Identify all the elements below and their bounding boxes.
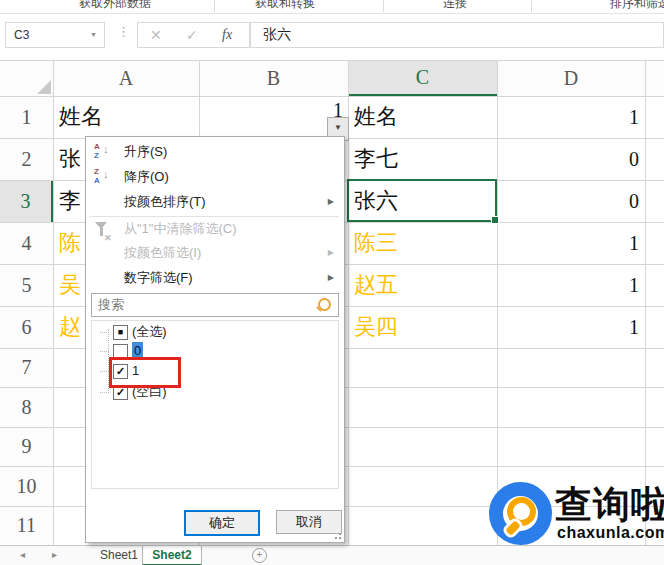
cell-a2[interactable]: 张 bbox=[59, 138, 81, 180]
formula-bar-drag-handle: ⋮ bbox=[117, 24, 130, 39]
gridline bbox=[0, 60, 664, 61]
menu-item-label: 数字筛选(F) bbox=[124, 265, 193, 290]
add-sheet-button[interactable]: + bbox=[252, 548, 267, 563]
autofilter-menu: A Z ↓ 升序(S) Z A ↓ 降序(O) 按颜色排序(T) ▶ ✕ 从"1… bbox=[85, 136, 345, 543]
row-header-2[interactable]: 2 bbox=[0, 138, 53, 180]
menu-item-label: 降序(O) bbox=[124, 164, 169, 189]
search-input[interactable]: 搜索 bbox=[91, 293, 339, 317]
ribbon-group-connections: 连接 bbox=[390, 0, 520, 11]
cell-c2[interactable]: 李七 bbox=[354, 138, 398, 180]
menu-item-label: 升序(S) bbox=[124, 139, 167, 164]
cell-c5[interactable]: 赵五 bbox=[354, 264, 398, 306]
ribbon-group-sort-filter: 排序和筛选 bbox=[580, 0, 664, 11]
excel-window: 获取外部数据 获取和转换 连接 排序和筛选 C3 ▼ ⋮ ✕ ✓ fx 张六 A… bbox=[0, 0, 664, 565]
row-header-6[interactable]: 6 bbox=[0, 306, 53, 348]
sort-za-icon: Z A ↓ bbox=[94, 166, 116, 187]
ribbon-separator bbox=[531, 0, 532, 12]
cell-c6[interactable]: 吴四 bbox=[354, 306, 398, 348]
sheet-next-icon[interactable]: ▸ bbox=[52, 546, 57, 564]
ribbon-group-get-transform: 获取和转换 bbox=[205, 0, 365, 11]
cell-a5[interactable]: 吴 bbox=[59, 264, 81, 306]
row-header-3[interactable]: 3 bbox=[0, 180, 53, 222]
list-item-label: (全选) bbox=[132, 323, 167, 341]
name-box[interactable]: C3 ▼ bbox=[5, 22, 105, 48]
cell-d2[interactable]: 0 bbox=[497, 138, 639, 180]
cell-d6[interactable]: 1 bbox=[497, 306, 639, 348]
formula-bar-buttons: ✕ ✓ fx bbox=[137, 22, 250, 48]
row-header-4[interactable]: 4 bbox=[0, 222, 53, 264]
column-header-b[interactable]: B bbox=[199, 60, 348, 96]
checkbox-indeterminate[interactable]: ■ bbox=[113, 325, 128, 340]
watermark-title: 查询啦 bbox=[555, 480, 664, 530]
tab-sheet1[interactable]: Sheet1 bbox=[96, 546, 142, 564]
ribbon-group-get-external-data: 获取外部数据 bbox=[40, 0, 190, 11]
cell-d5[interactable]: 1 bbox=[497, 264, 639, 306]
cell-b1[interactable]: 1 bbox=[199, 98, 343, 122]
ribbon-strip: 获取外部数据 获取和转换 连接 排序和筛选 bbox=[0, 0, 664, 14]
row-header-7[interactable]: 7 bbox=[0, 348, 53, 387]
menu-item-label: 从"1"中清除筛选(C) bbox=[124, 217, 237, 241]
insert-function-icon[interactable]: fx bbox=[222, 23, 232, 47]
gridline bbox=[53, 60, 54, 545]
sheet-tab-bar: ◂ ▸ Sheet1 Sheet2 + bbox=[0, 546, 664, 565]
menu-item-sort-by-color[interactable]: 按颜色排序(T) ▶ bbox=[86, 189, 342, 215]
tab-sheet2[interactable]: Sheet2 bbox=[142, 546, 202, 565]
row-header-9[interactable]: 9 bbox=[0, 427, 53, 466]
name-box-value: C3 bbox=[14, 23, 29, 47]
formula-input[interactable]: 张六 bbox=[250, 22, 664, 48]
search-placeholder: 搜索 bbox=[98, 294, 124, 316]
enter-icon[interactable]: ✓ bbox=[186, 23, 198, 47]
sheet-prev-icon[interactable]: ◂ bbox=[20, 546, 25, 564]
resize-grip[interactable] bbox=[333, 531, 341, 539]
row-header-11[interactable]: 11 bbox=[0, 506, 53, 545]
cell-c4[interactable]: 陈三 bbox=[354, 222, 398, 264]
cell-d1[interactable]: 1 bbox=[497, 96, 639, 138]
ok-button[interactable]: 确定 bbox=[184, 510, 260, 536]
submenu-arrow-icon: ▶ bbox=[328, 189, 334, 215]
cancel-icon[interactable]: ✕ bbox=[150, 23, 162, 47]
gridline bbox=[645, 60, 646, 545]
cell-a3[interactable]: 李 bbox=[59, 180, 81, 222]
list-item-select-all[interactable]: ■ (全选) bbox=[92, 323, 336, 342]
row-header-1[interactable]: 1 bbox=[0, 96, 53, 138]
column-header-d[interactable]: D bbox=[497, 60, 645, 96]
menu-item-number-filters[interactable]: 数字筛选(F) ▶ bbox=[86, 265, 342, 290]
search-icon bbox=[318, 298, 331, 311]
name-box-dropdown-icon[interactable]: ▼ bbox=[90, 23, 97, 47]
menu-item-label: 按颜色筛选(I) bbox=[124, 241, 201, 265]
column-header-c[interactable]: C bbox=[348, 60, 497, 96]
menu-item-sort-descending[interactable]: Z A ↓ 降序(O) bbox=[86, 164, 342, 189]
watermark: 查询啦 chaxunla.com bbox=[487, 480, 664, 546]
menu-item-label: 按颜色排序(T) bbox=[124, 189, 206, 215]
cell-d3[interactable]: 0 bbox=[497, 180, 639, 222]
row-header-8[interactable]: 8 bbox=[0, 387, 53, 427]
cell-a6[interactable]: 赵 bbox=[59, 306, 81, 348]
menu-item-filter-by-color: 按颜色筛选(I) ▶ bbox=[86, 241, 342, 265]
logo-magnifier-icon bbox=[507, 497, 536, 526]
filter-value-list: ■ (全选) 0 ✓ 1 ✓ (空白) bbox=[91, 320, 339, 489]
selected-cell-border bbox=[347, 179, 497, 222]
ribbon-separator bbox=[214, 0, 215, 12]
fill-handle[interactable] bbox=[491, 216, 499, 224]
red-annotation-box bbox=[109, 357, 181, 388]
row-header-10[interactable]: 10 bbox=[0, 466, 53, 506]
cell-a4[interactable]: 陈 bbox=[59, 222, 81, 264]
cell-c1[interactable]: 姓名 bbox=[354, 96, 398, 138]
cell-d4[interactable]: 1 bbox=[497, 222, 639, 264]
column-header-a[interactable]: A bbox=[53, 60, 199, 96]
ribbon-separator bbox=[383, 0, 384, 12]
sort-az-icon: A Z ↓ bbox=[94, 141, 116, 162]
menu-item-clear-filter: ✕ 从"1"中清除筛选(C) bbox=[86, 217, 342, 241]
cell-a1[interactable]: 姓名 bbox=[59, 96, 103, 138]
menu-item-sort-ascending[interactable]: A Z ↓ 升序(S) bbox=[86, 139, 342, 164]
row-header-5[interactable]: 5 bbox=[0, 264, 53, 306]
select-all-corner[interactable] bbox=[37, 80, 51, 94]
formula-value: 张六 bbox=[263, 23, 291, 47]
watermark-domain: chaxunla.com bbox=[557, 524, 664, 542]
submenu-arrow-icon: ▶ bbox=[328, 265, 334, 290]
submenu-arrow-icon: ▶ bbox=[328, 241, 334, 265]
